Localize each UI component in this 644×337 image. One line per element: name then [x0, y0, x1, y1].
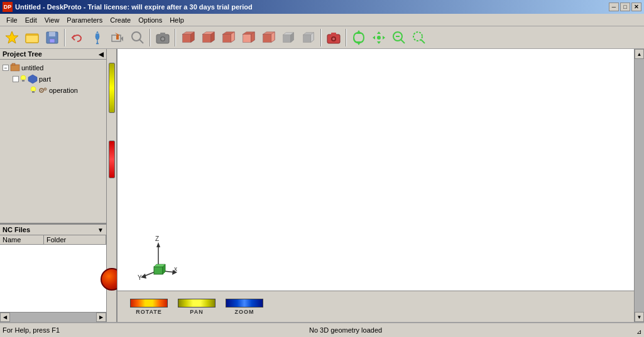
pan-slider[interactable] [178, 299, 216, 308]
new-button[interactable] [3, 29, 21, 46]
viewport-scrollbar[interactable]: ▲ ▼ [634, 49, 644, 322]
tree-item-operation[interactable]: operation [23, 85, 104, 96]
menu-view[interactable]: View [41, 16, 63, 24]
camera-red-button[interactable] [324, 29, 343, 46]
zoom-control[interactable]: ZOOM [226, 299, 263, 315]
zoom-in-button[interactable] [410, 29, 428, 46]
status-help: For Help, press F1 [3, 326, 60, 334]
project-tree: Project Tree ◀ − untitled [0, 49, 106, 224]
svg-point-36 [413, 32, 422, 41]
menu-options[interactable]: Options [134, 16, 166, 24]
rotate-label: ROTATE [136, 309, 162, 315]
nc-files-panel: NC Files ▼ Name Folder [0, 224, 106, 312]
project-tree-collapse[interactable]: ◀ [99, 51, 104, 58]
pan-control[interactable]: PAN [178, 299, 216, 315]
pan-label: PAN [190, 309, 203, 315]
minimize-button[interactable]: ─ [609, 3, 619, 11]
cube-side-button[interactable] [199, 29, 217, 46]
vscroll-down-btn[interactable]: ▼ [635, 312, 644, 322]
tree-label-untitled: untitled [21, 64, 43, 72]
svg-line-37 [421, 40, 425, 43]
left-vertical-sliders [107, 49, 117, 322]
svg-rect-58 [154, 267, 163, 274]
tree-expand-part[interactable] [13, 76, 19, 82]
search-button[interactable] [128, 29, 147, 46]
menu-help[interactable]: Help [166, 16, 188, 24]
zoom-out-button[interactable] [390, 29, 408, 46]
export-button[interactable] [108, 29, 127, 46]
left-slider-yellow[interactable] [109, 63, 115, 113]
svg-text:Z: Z [155, 236, 159, 242]
menu-create[interactable]: Create [106, 16, 134, 24]
restore-button[interactable]: □ [620, 3, 630, 11]
nc-col-name: Name [0, 235, 44, 244]
svg-rect-6 [50, 39, 55, 43]
scroll-left-btn[interactable]: ◀ [0, 313, 10, 322]
camera-button[interactable] [153, 29, 172, 46]
svg-point-48 [45, 88, 46, 90]
vscroll-track[interactable] [635, 59, 644, 312]
cube-top-button[interactable] [219, 29, 237, 46]
svg-rect-17 [223, 34, 231, 42]
menu-file[interactable]: File [3, 16, 21, 24]
svg-rect-16 [203, 34, 211, 42]
project-icon [10, 63, 20, 73]
toolbar-sep-4 [320, 29, 322, 46]
scroll-right-btn[interactable]: ▶ [96, 313, 106, 322]
tree-content: − untitled [0, 60, 106, 99]
status-geometry: No 3D geometry loaded [309, 326, 382, 334]
left-panel-scrollbar[interactable]: ◀ ▶ [0, 312, 106, 322]
title-controls[interactable]: ─ □ ✕ [609, 3, 641, 11]
tree-label-operation: operation [49, 87, 78, 94]
cube-bottom-button[interactable] [239, 29, 258, 46]
save-button[interactable] [43, 29, 62, 46]
tree-expand-untitled[interactable]: − [3, 65, 9, 71]
rotate-control[interactable]: ROTATE [130, 299, 168, 315]
svg-rect-44 [32, 91, 35, 93]
resize-grip[interactable]: ⊿ [631, 325, 641, 335]
close-button[interactable]: ✕ [631, 3, 641, 11]
tree-item-untitled[interactable]: − untitled [3, 62, 104, 73]
rotate-slider[interactable] [130, 299, 168, 308]
cube-back-button[interactable] [259, 29, 278, 46]
left-slider-red[interactable] [109, 141, 115, 178]
nc-table-header: Name Folder [0, 235, 106, 245]
lightbulb-on-icon [20, 75, 26, 83]
svg-rect-21 [303, 35, 311, 42]
svg-marker-0 [6, 31, 18, 43]
menu-parameters[interactable]: Parameters [63, 16, 106, 24]
rotate-view-button[interactable] [349, 29, 368, 46]
svg-rect-39 [12, 63, 15, 65]
tree-item-part[interactable]: part [13, 73, 104, 85]
scroll-track[interactable] [10, 313, 96, 322]
toolbar [0, 26, 644, 49]
left-panel: Project Tree ◀ − untitled [0, 49, 107, 322]
svg-marker-27 [356, 41, 361, 45]
svg-rect-41 [22, 80, 25, 82]
toolbar-sep-5 [346, 29, 347, 46]
svg-point-24 [332, 38, 335, 40]
svg-marker-42 [28, 75, 37, 83]
svg-rect-5 [49, 32, 55, 36]
tool1-button[interactable] [88, 29, 107, 46]
svg-rect-38 [11, 65, 19, 71]
nc-files-expand[interactable]: ▼ [97, 227, 104, 233]
zoom-slider[interactable] [226, 299, 263, 308]
svg-marker-31 [383, 36, 385, 40]
viewport[interactable]: Z Y x [117, 49, 634, 322]
undo-button[interactable] [68, 29, 87, 46]
cube-iso2-button[interactable] [299, 29, 318, 46]
svg-point-32 [377, 36, 381, 40]
axis-widget: Z Y x [136, 236, 180, 281]
cube-front-button[interactable] [178, 29, 197, 46]
svg-rect-14 [160, 33, 165, 35]
toolbar-sep-3 [175, 29, 176, 46]
cube-iso-button[interactable] [279, 29, 298, 46]
svg-line-34 [401, 40, 405, 43]
svg-point-9 [132, 32, 141, 41]
zoom-label: ZOOM [235, 309, 254, 315]
vscroll-up-btn[interactable]: ▲ [635, 49, 644, 59]
menu-edit[interactable]: Edit [21, 16, 41, 24]
pan-button[interactable] [369, 29, 388, 46]
open-button[interactable] [23, 29, 41, 46]
